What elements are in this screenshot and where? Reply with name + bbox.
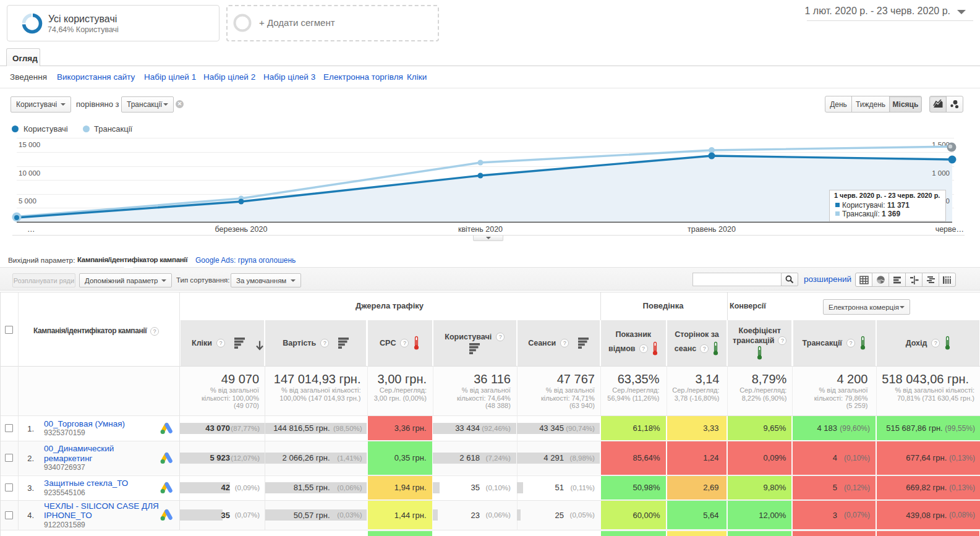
svg-text:черве…: черве… [935, 225, 964, 234]
svg-text:Трансакції: 1 369: Трансакції: 1 369 [842, 210, 900, 218]
svg-text:15 000: 15 000 [19, 141, 40, 148]
svg-text:…: … [27, 225, 35, 234]
svg-text:5 000: 5 000 [19, 197, 36, 205]
svg-text:травень 2020: травень 2020 [688, 225, 736, 234]
svg-text:1 черв. 2020 р. - 23 черв. 202: 1 черв. 2020 р. - 23 черв. 2020 р. [834, 192, 940, 199]
svg-text:березень 2020: березень 2020 [215, 225, 268, 234]
svg-text:10 000: 10 000 [19, 169, 40, 177]
svg-text:1 000: 1 000 [932, 169, 950, 177]
svg-text:Користувачі: 11 371: Користувачі: 11 371 [842, 201, 910, 210]
svg-text:квітень 2020: квітень 2020 [458, 225, 503, 234]
